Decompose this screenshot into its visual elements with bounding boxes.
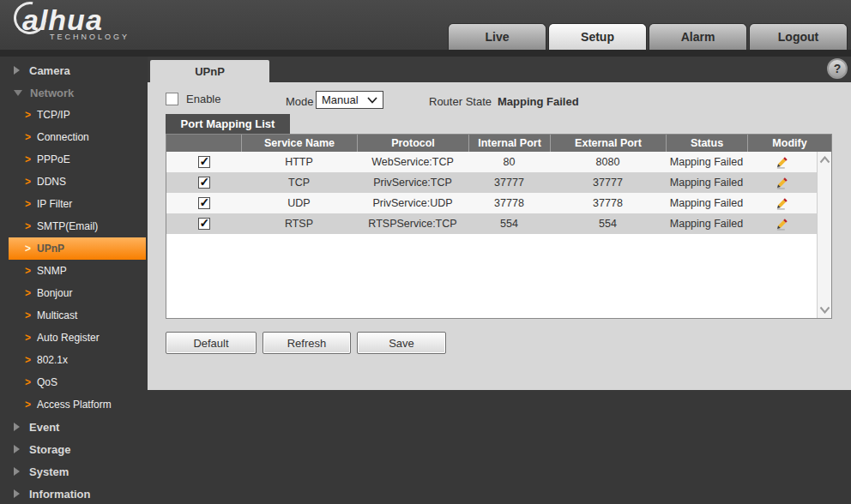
- sidebar-section-label: System: [29, 465, 69, 478]
- dahua-logo-text: alhua: [15, 4, 130, 35]
- sidebar-item-network[interactable]: Network: [0, 81, 148, 104]
- triangle-icon: [14, 445, 20, 453]
- content-tab-strip: UPnP ?: [148, 57, 851, 82]
- nav-tab-setup[interactable]: Setup: [548, 23, 647, 50]
- content-tab-upnp[interactable]: UPnP: [150, 60, 269, 82]
- nav-tab-logout[interactable]: Logout: [749, 23, 848, 50]
- sidebar-item-snmp[interactable]: > SNMP: [0, 260, 148, 282]
- enable-row: Enable: [166, 93, 220, 105]
- protocol-cell: WebService:TCP: [357, 152, 468, 172]
- nav-tab-alarm[interactable]: Alarm: [649, 23, 747, 50]
- header-cell-internal-port: Internal Port: [468, 135, 550, 152]
- row-checkbox[interactable]: [198, 197, 210, 209]
- sidebar-item-storage[interactable]: Storage: [0, 438, 148, 460]
- internal-port-cell: 80: [468, 152, 550, 172]
- triangle-icon: [14, 489, 20, 498]
- nav-tab-live[interactable]: Live: [448, 23, 546, 50]
- chevron-right-icon: >: [25, 376, 31, 388]
- sidebar-item-auto-register[interactable]: > Auto Register: [0, 327, 148, 349]
- sidebar-item-pppoe[interactable]: > PPPoE: [0, 148, 148, 171]
- sidebar-item-camera[interactable]: Camera: [0, 59, 148, 81]
- protocol-cell: PrivService:TCP: [357, 172, 468, 193]
- external-port-cell: 37778: [550, 193, 666, 213]
- sidebar-item-access-platform[interactable]: > Access Platform: [0, 393, 148, 416]
- scroll-down-icon[interactable]: [819, 306, 830, 314]
- row-checkbox[interactable]: [198, 177, 210, 189]
- sidebar-item-bonjour[interactable]: > Bonjour: [0, 282, 148, 304]
- chevron-right-icon: >: [25, 309, 31, 321]
- nav-tab-label: Live: [485, 30, 509, 44]
- main-panel: Enable Mode Manual Router State Mapping …: [148, 82, 851, 390]
- chevron-right-icon: >: [25, 354, 31, 366]
- external-port-cell: 8080: [550, 152, 666, 172]
- action-buttons: DefaultRefreshSave: [166, 332, 452, 354]
- sidebar-item-multicast[interactable]: > Multicast: [0, 304, 148, 327]
- chevron-right-icon: >: [25, 131, 31, 143]
- triangle-icon: [14, 66, 20, 75]
- sidebar-item-ddns[interactable]: > DDNS: [0, 171, 148, 193]
- sidebar-section-label: Information: [29, 488, 91, 501]
- sidebar-item-ip-filter[interactable]: > IP Filter: [0, 193, 148, 215]
- sidebar-item-label: Bonjour: [37, 287, 72, 299]
- mode-select-value: Manual: [322, 93, 359, 106]
- question-icon: ?: [834, 62, 842, 75]
- sidebar-item-label: Auto Register: [37, 332, 100, 344]
- table-row: HTTP WebService:TCP 80 8080 Mapping Fail…: [166, 152, 817, 172]
- sidebar-section-label: Camera: [29, 64, 70, 77]
- header-divider: [0, 50, 851, 57]
- sidebar-item-smtp-email[interactable]: > SMTP(Email): [0, 215, 148, 237]
- nav-tab-label: Logout: [778, 30, 818, 44]
- header-cell-external-port: External Port: [550, 135, 666, 152]
- chevron-right-icon: >: [25, 176, 31, 188]
- sidebar-item-label: PPPoE: [37, 153, 70, 165]
- help-button[interactable]: ?: [827, 58, 848, 79]
- edit-pencil-icon[interactable]: [776, 156, 788, 169]
- header-cell-modify: Modify: [747, 135, 831, 152]
- default-button[interactable]: Default: [166, 332, 257, 354]
- edit-pencil-icon[interactable]: [776, 197, 788, 210]
- main-nav-tabs: LiveSetupAlarmLogout: [448, 23, 848, 50]
- service-name-cell: HTTP: [241, 152, 357, 172]
- sidebar-item-information[interactable]: Information: [0, 483, 148, 504]
- row-checkbox[interactable]: [198, 156, 210, 168]
- sidebar-item-connection[interactable]: > Connection: [0, 126, 148, 148]
- sidebar-item-system[interactable]: System: [0, 460, 148, 483]
- table-row: UDP PrivService:UDP 37778 37778 Mapping …: [166, 193, 817, 213]
- router-state-value: Mapping Failed: [498, 95, 579, 108]
- app-header: alhua TECHNOLOGY LiveSetupAlarmLogout: [0, 0, 851, 50]
- sidebar-item-label: 802.1x: [37, 354, 68, 366]
- sidebar-item-802-1x[interactable]: > 802.1x: [0, 349, 148, 371]
- scroll-up-icon[interactable]: [819, 156, 830, 164]
- sidebar-item-tcp-ip[interactable]: > TCP/IP: [0, 104, 148, 126]
- sidebar-item-event[interactable]: Event: [0, 416, 148, 438]
- port-mapping-table: Service NameProtocolInternal PortExterna…: [166, 134, 832, 319]
- row-checkbox[interactable]: [198, 218, 210, 230]
- enable-checkbox[interactable]: [166, 93, 178, 105]
- nav-tab-label: Alarm: [681, 30, 715, 44]
- header-cell-protocol: Protocol: [357, 135, 468, 152]
- table-row: RTSP RTSPService:TCP 554 554 Mapping Fai…: [166, 213, 817, 234]
- sidebar-item-label: Multicast: [37, 309, 77, 321]
- mode-label: Mode: [286, 95, 314, 108]
- table-scrollbar[interactable]: [817, 152, 831, 318]
- chevron-right-icon: >: [25, 332, 31, 344]
- header-cell-service-name: Service Name: [241, 135, 357, 152]
- save-button[interactable]: Save: [357, 332, 446, 354]
- enable-label: Enable: [186, 93, 220, 105]
- chevron-right-icon: >: [25, 287, 31, 299]
- edit-pencil-icon[interactable]: [776, 177, 788, 189]
- sidebar-item-upnp[interactable]: > UPnP: [9, 237, 146, 260]
- sidebar-item-label: TCP/IP: [37, 109, 70, 121]
- mode-select[interactable]: Manual: [316, 91, 383, 109]
- edit-pencil-icon[interactable]: [776, 218, 788, 231]
- refresh-button[interactable]: Refresh: [263, 332, 351, 354]
- sidebar-item-qos[interactable]: > QoS: [0, 371, 148, 393]
- sidebar-item-label: SMTP(Email): [37, 220, 98, 232]
- nav-tab-label: Setup: [581, 30, 614, 44]
- internal-port-cell: 554: [468, 213, 550, 234]
- sidebar-item-label: IP Filter: [37, 198, 72, 210]
- service-name-cell: TCP: [241, 172, 357, 193]
- header-cell-checkbox: [166, 135, 241, 152]
- service-name-cell: RTSP: [241, 213, 357, 234]
- router-state-label: Router State: [429, 95, 492, 108]
